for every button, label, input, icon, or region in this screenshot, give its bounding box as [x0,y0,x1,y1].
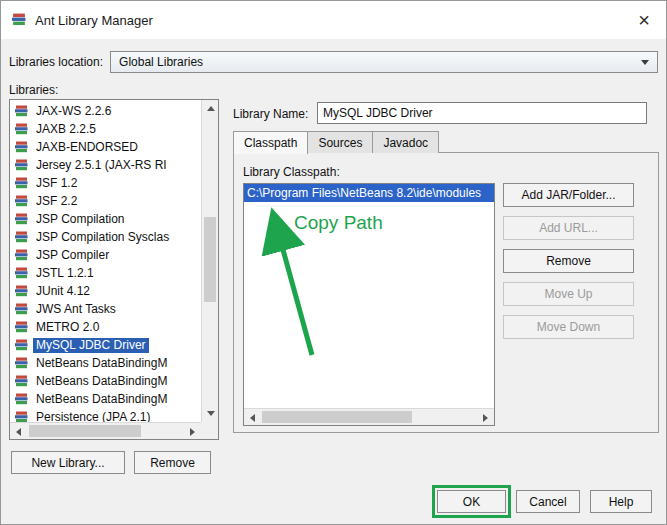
libraries-list-items: JAX-WS 2.2.6JAXB 2.2.5JAXB-ENDORSEDJerse… [10,100,201,422]
move-down-button: Move Down [503,315,634,339]
list-item[interactable]: JSF 2.2 [10,192,201,210]
classpath-item[interactable]: C:\Program Files\NetBeans 8.2\ide\module… [244,184,494,202]
library-item-label: JAXB 2.2.5 [33,122,99,137]
horizontal-scrollbar[interactable] [10,422,201,439]
scroll-up-button[interactable] [202,100,219,117]
add-url-button: Add URL... [503,216,634,240]
ok-highlight-annotation: OK [432,485,511,518]
scroll-left-icon [16,428,21,436]
library-item-label: JSF 1.2 [33,176,80,191]
books-icon [14,105,30,118]
library-item-label: METRO 2.0 [33,320,102,335]
books-icon [14,249,30,262]
books-icon [14,411,30,423]
combo-dropdown-icon [641,60,649,65]
library-item-label: JWS Ant Tasks [33,302,119,317]
library-item-label: JUnit 4.12 [33,284,93,299]
books-icon [14,213,30,226]
list-item[interactable]: NetBeans DataBindingM [10,372,201,390]
library-item-label: JSTL 1.2.1 [33,266,97,281]
library-item-label: Jersey 2.5.1 (JAX-RS RI [33,158,170,173]
classpath-scroll-right-button[interactable] [477,409,494,426]
books-icon [14,141,30,154]
list-item[interactable]: MySQL JDBC Driver [10,336,201,354]
tab-classpath[interactable]: Classpath [233,131,308,154]
books-icon [14,375,30,388]
libraries-location-value: Global Libraries [119,55,203,69]
books-icon [14,123,30,136]
move-up-button: Move Up [503,282,634,306]
ant-library-manager-dialog: { "colors": { "selection_blue": "#2a5fb4… [0,0,667,525]
list-item[interactable]: NetBeans DataBindingM [10,354,201,372]
list-item[interactable]: NetBeans DataBindingM [10,390,201,408]
books-icon [14,339,30,352]
library-item-label: NetBeans DataBindingM [33,374,170,389]
list-item[interactable]: JSP Compilation Sysclas [10,228,201,246]
classpath-panel: Library Classpath: C:\Program Files\NetB… [233,152,659,433]
libraries-location-label: Libraries location: [9,55,103,69]
list-item[interactable]: METRO 2.0 [10,318,201,336]
remove-button[interactable]: Remove [503,249,634,273]
tab-javadoc[interactable]: Javadoc [372,131,439,153]
add-jar-folder-button[interactable]: Add JAR/Folder... [503,183,634,207]
scroll-right-icon [190,428,195,436]
new-library-button[interactable]: New Library... [11,451,125,474]
vertical-scroll-thumb[interactable] [204,217,216,302]
classpath-scroll-left-button[interactable] [244,409,261,426]
scrollbar-corner [201,422,218,439]
books-icon [14,321,30,334]
library-item-label: JSP Compilation [33,212,128,227]
books-icon [14,159,30,172]
help-button[interactable]: Help [590,490,652,513]
vertical-scrollbar[interactable] [201,100,218,422]
list-item[interactable]: JSF 1.2 [10,174,201,192]
classpath-buttons: Add JAR/Folder...Add URL...RemoveMove Up… [503,183,634,339]
library-item-label: JAXB-ENDORSED [33,140,141,155]
list-item[interactable]: Jersey 2.5.1 (JAX-RS RI [10,156,201,174]
ok-button[interactable]: OK [437,490,506,513]
library-item-label: JSP Compiler [33,248,112,263]
scroll-left-icon [250,414,255,422]
libraries-label: Libraries: [9,83,58,97]
books-icon [14,393,30,406]
library-books-icon [11,13,27,27]
books-icon [14,267,30,280]
books-icon [14,195,30,208]
horizontal-scroll-thumb[interactable] [29,425,141,437]
classpath-horizontal-scrollbar[interactable] [244,408,494,425]
library-name-label: Library Name: [233,107,308,121]
scroll-left-button[interactable] [10,423,27,440]
dialog-buttons: OK Cancel Help [432,485,652,518]
title-bar: Ant Library Manager × [1,1,666,39]
list-item[interactable]: JUnit 4.12 [10,282,201,300]
books-icon [14,303,30,316]
cancel-button[interactable]: Cancel [516,490,580,513]
scroll-up-icon [207,106,215,111]
list-item[interactable]: JSP Compilation [10,210,201,228]
library-item-label: JSP Compilation Sysclas [33,230,172,245]
classpath-list: C:\Program Files\NetBeans 8.2\ide\module… [243,183,495,426]
library-name-input[interactable] [317,102,647,124]
list-item[interactable]: JAXB-ENDORSED [10,138,201,156]
libraries-location-row: Libraries location: Global Libraries [9,51,658,73]
list-item[interactable]: JWS Ant Tasks [10,300,201,318]
list-item[interactable]: Persistence (JPA 2.1) [10,408,201,422]
scroll-down-button[interactable] [202,405,219,422]
list-item[interactable]: JSTL 1.2.1 [10,264,201,282]
books-icon [14,357,30,370]
books-icon [14,177,30,190]
library-classpath-label: Library Classpath: [243,165,340,179]
remove-library-button[interactable]: Remove [134,451,211,474]
detail-tabs: ClasspathSourcesJavadoc [233,131,438,153]
close-icon[interactable]: × [632,8,656,32]
libraries-location-select[interactable]: Global Libraries [110,51,658,73]
library-item-label: Persistence (JPA 2.1) [33,410,154,423]
scroll-right-button[interactable] [184,423,201,440]
list-item[interactable]: JSP Compiler [10,246,201,264]
list-item[interactable]: JAXB 2.2.5 [10,120,201,138]
list-item[interactable]: JAX-WS 2.2.6 [10,102,201,120]
books-icon [14,231,30,244]
tab-sources[interactable]: Sources [307,131,373,153]
classpath-scroll-thumb[interactable] [262,411,412,423]
library-item-label: JAX-WS 2.2.6 [33,104,114,119]
